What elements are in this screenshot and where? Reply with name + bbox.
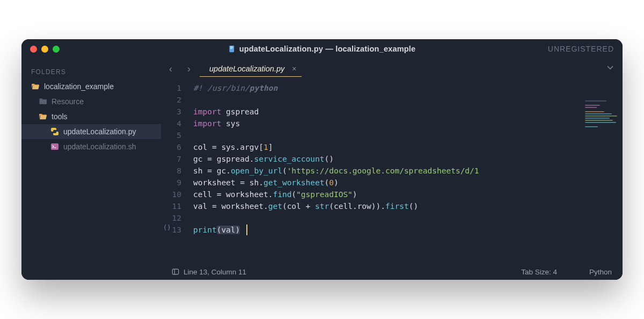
editor-main: ‹ › updateLocalization.py × () 123456789… — [161, 59, 623, 280]
sidebar-heading: FOLDERS — [21, 65, 161, 79]
cursor-position[interactable]: Line 13, Column 11 — [184, 268, 246, 276]
document-icon — [229, 45, 236, 53]
minimize-window-button[interactable] — [41, 46, 48, 53]
file-label: updateLocalization.py — [63, 127, 136, 136]
sidebar-file-update-localization-py[interactable]: updateLocalization.py — [21, 124, 161, 139]
folder-open-icon — [31, 82, 40, 91]
sidebar-folder-tools[interactable]: tools — [21, 109, 161, 124]
code-editor[interactable]: () 12345678910111213 #! /usr/bin/python … — [161, 79, 623, 264]
minimap[interactable] — [585, 100, 619, 133]
tab-current[interactable]: updateLocalization.py × — [200, 61, 302, 77]
sidebar-folder-resource[interactable]: Resource — [21, 94, 161, 109]
close-tab-button[interactable]: × — [290, 64, 298, 73]
status-bar: Line 13, Column 11 Tab Size: 4 Python — [161, 264, 623, 280]
tab-size[interactable]: Tab Size: 4 — [521, 268, 557, 276]
line-number-gutter: () 12345678910111213 — [161, 79, 187, 264]
svg-rect-4 — [51, 143, 58, 150]
svg-rect-5 — [172, 269, 178, 274]
tab-label: updateLocalization.py — [209, 64, 284, 73]
panel-icon[interactable] — [172, 268, 184, 276]
code-area[interactable]: #! /usr/bin/python import gspreadimport … — [187, 79, 623, 264]
svg-rect-3 — [230, 48, 232, 49]
sidebar: FOLDERS localization_example Resource to… — [21, 59, 161, 280]
window-controls — [30, 46, 60, 53]
shell-file-icon — [50, 142, 59, 151]
tab-bar: ‹ › updateLocalization.py × — [161, 59, 623, 79]
nav-back-button[interactable]: ‹ — [163, 61, 178, 76]
nav-forward-button[interactable]: › — [181, 61, 196, 76]
svg-rect-2 — [230, 47, 233, 48]
close-window-button[interactable] — [30, 46, 37, 53]
tab-overflow-button[interactable] — [605, 63, 618, 75]
editor-window: updateLocalization.py — localization_exa… — [21, 39, 623, 280]
file-label: updateLocalization.sh — [63, 142, 136, 151]
maximize-window-button[interactable] — [53, 46, 60, 53]
python-file-icon — [50, 127, 59, 136]
window-title-text: updateLocalization.py — localization_exa… — [239, 45, 416, 53]
folder-open-icon — [39, 112, 47, 121]
language-mode[interactable]: Python — [589, 268, 612, 276]
folder-icon — [39, 97, 47, 106]
sidebar-folder-root[interactable]: localization_example — [21, 79, 161, 94]
svg-rect-1 — [230, 47, 232, 47]
folder-label: localization_example — [44, 82, 114, 91]
gutter-fold-marker: () — [163, 224, 171, 231]
unregistered-label: UNREGISTERED — [548, 45, 614, 53]
window-title: updateLocalization.py — localization_exa… — [229, 45, 416, 53]
sidebar-file-update-localization-sh[interactable]: updateLocalization.sh — [21, 139, 161, 154]
titlebar: updateLocalization.py — localization_exa… — [21, 39, 623, 59]
folder-label: Resource — [52, 97, 84, 106]
folder-label: tools — [52, 112, 68, 121]
